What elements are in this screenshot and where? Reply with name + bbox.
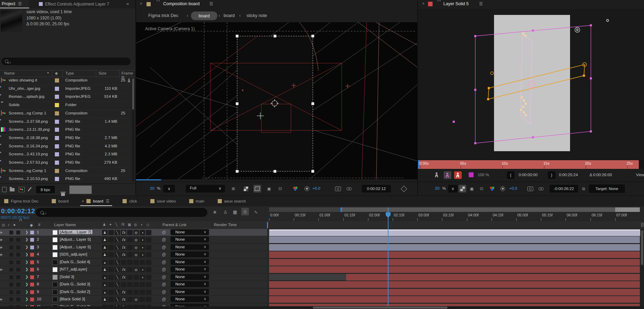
quality-toggle[interactable]: ╲ [115, 252, 120, 257]
collapse2-toggle[interactable] [108, 237, 114, 242]
parent-dropdown[interactable]: None∨ [170, 296, 209, 302]
layer-name[interactable]: [Adjust... Layer 7] [59, 230, 92, 234]
navigator-thumb[interactable] [342, 207, 615, 212]
magenta-swatch[interactable] [469, 172, 474, 177]
composition-viewer[interactable]: Active Camera (Camera 1) [136, 22, 417, 179]
project-file-row[interactable]: Screens...13.11.39.pngPNG file [0, 126, 131, 135]
breadcrumb-root[interactable]: Figma trick Dec [148, 13, 178, 18]
project-file-row[interactable]: Screens...3.37.58.pngPNG file1.4 MB [0, 118, 131, 127]
layer-offset-timecode[interactable]: -0:00:26:22 [550, 185, 578, 192]
shy-column-icon[interactable]: ♟ [103, 223, 106, 226]
threed-toggle[interactable] [146, 237, 151, 242]
expand-icon[interactable]: ❯ [25, 245, 28, 249]
solo-icon[interactable]: ● [13, 223, 16, 227]
motion-blur-icon[interactable]: ◎ [241, 208, 249, 215]
label-color-swatch[interactable] [55, 87, 59, 91]
breadcrumb-current[interactable]: board [191, 11, 217, 20]
layer-duration-bar[interactable] [269, 289, 640, 295]
column-size[interactable]: Size [99, 71, 106, 75]
expand-icon[interactable]: ❯ [25, 267, 28, 271]
column-parent-link[interactable]: Parent & Link [162, 223, 186, 227]
layer-name[interactable]: [Dark G...Solid 3] [60, 282, 90, 286]
label-color-swatch[interactable] [30, 253, 34, 257]
pickwhip-icon[interactable]: @ [162, 267, 166, 272]
expand-icon[interactable]: ❯ [25, 275, 28, 279]
adjustment-toggle[interactable]: ◑ [140, 237, 145, 242]
layer-menu-icon[interactable]: ☰ [479, 1, 483, 6]
audio-toggle[interactable] [16, 260, 20, 264]
video-toggle[interactable] [9, 260, 13, 264]
threed-toggle[interactable] [146, 267, 151, 272]
pickwhip-icon[interactable]: @ [162, 297, 166, 302]
layer-bar-offline[interactable] [269, 274, 346, 280]
video-eye-icon[interactable]: ⊙ [2, 223, 5, 228]
pickwhip-icon[interactable]: @ [162, 237, 166, 242]
label-color-swatch[interactable] [55, 177, 59, 181]
parent-dropdown[interactable]: None∨ [170, 251, 209, 257]
new-composition-icon[interactable] [19, 187, 25, 192]
adjustment-toggle[interactable] [140, 260, 145, 265]
frame-blend-toggle[interactable] [127, 260, 133, 265]
frame-blend-toggle[interactable] [127, 237, 133, 242]
project-file-row[interactable]: SolidsFolder [0, 101, 131, 110]
close-icon[interactable]: × [140, 1, 142, 6]
expand-icon[interactable]: ❯ [25, 260, 28, 264]
breadcrumb-parent[interactable]: board [224, 13, 235, 18]
project-search-input[interactable]: ∨ [1, 58, 131, 65]
adjustment-toggle[interactable]: ◑ [140, 252, 145, 257]
resolution-dropdown[interactable]: Full ∨ [186, 185, 225, 192]
label-color-swatch[interactable] [55, 144, 59, 148]
out-point-value[interactable]: 0:00:25:24 [559, 173, 578, 177]
transparency-grid-icon[interactable] [459, 185, 466, 192]
comp-button-icon[interactable]: ⧉ [580, 185, 587, 192]
pickwhip-icon[interactable]: @ [162, 260, 166, 265]
audio-toggle[interactable] [16, 283, 20, 286]
shy-toggle[interactable]: ▴ [102, 260, 108, 265]
label-color-swatch[interactable] [55, 169, 59, 173]
parent-dropdown[interactable]: None∨ [170, 281, 209, 287]
draft-3d-icon[interactable]: ♙ [221, 208, 229, 216]
threed-toggle[interactable] [146, 252, 151, 257]
collapse2-toggle[interactable] [108, 290, 114, 295]
column-number[interactable]: # [38, 223, 40, 227]
parent-dropdown[interactable]: None∨ [170, 274, 209, 280]
shy-toggle[interactable]: ▴ [102, 290, 108, 295]
video-toggle[interactable] [9, 268, 13, 272]
red-person-icon[interactable] [454, 171, 462, 179]
fx-toggle[interactable]: fx [121, 245, 126, 250]
fx-column-icon[interactable]: fx [121, 222, 124, 226]
label-color-swatch[interactable] [30, 275, 34, 279]
audio-icon[interactable]: ♪ [8, 223, 10, 227]
close-icon[interactable]: × [422, 1, 425, 6]
label-color-swatch[interactable] [30, 238, 34, 242]
layer-duration-bar[interactable] [269, 281, 640, 288]
parent-dropdown[interactable]: None∨ [170, 266, 209, 272]
timeline-tab-main[interactable]: main [185, 196, 214, 206]
layer-name[interactable]: [Solid 3] [60, 275, 74, 279]
crop-icon[interactable]: ⊡ [276, 185, 284, 192]
adjustment-column-icon[interactable]: ◑ [140, 223, 142, 226]
breadcrumb-leaf[interactable]: sticky note [246, 13, 267, 18]
shy-toggle[interactable]: ▴ [102, 282, 108, 287]
sort-caret-icon[interactable]: ▾ [47, 71, 49, 75]
motion-blur-toggle[interactable]: ◎ [133, 252, 139, 257]
threed-toggle[interactable] [146, 245, 151, 250]
layer-duration-bar[interactable] [269, 296, 640, 303]
column-layer-name[interactable]: Layer Name [54, 223, 76, 227]
video-toggle[interactable] [9, 231, 13, 234]
frame-blend-toggle[interactable] [127, 267, 133, 272]
channel-rgb-icon[interactable] [488, 185, 496, 192]
quality-toggle[interactable]: ╲ [115, 282, 120, 287]
expand-icon[interactable]: ❯ [25, 238, 28, 241]
region-of-interest-icon[interactable] [253, 185, 261, 192]
video-toggle[interactable] [9, 283, 13, 286]
parent-dropdown[interactable]: None∨ [170, 229, 209, 235]
layer-row[interactable]: ▶❯3[Adjust... Layer 5]♟╲fx◎◑@None∨ [0, 244, 640, 251]
project-file-row[interactable]: Screens...2.57.53.pngPNG file279 KB [0, 159, 131, 168]
label-color-swatch[interactable] [55, 103, 59, 107]
snapshot-camera-icon[interactable] [526, 185, 534, 192]
project-menu-icon[interactable]: ☰ [18, 1, 22, 6]
motion-blur-toggle[interactable]: ◎ [133, 230, 139, 235]
layer-duration-bar[interactable] [269, 251, 640, 258]
exposure-value[interactable]: +0.0 [312, 186, 320, 190]
